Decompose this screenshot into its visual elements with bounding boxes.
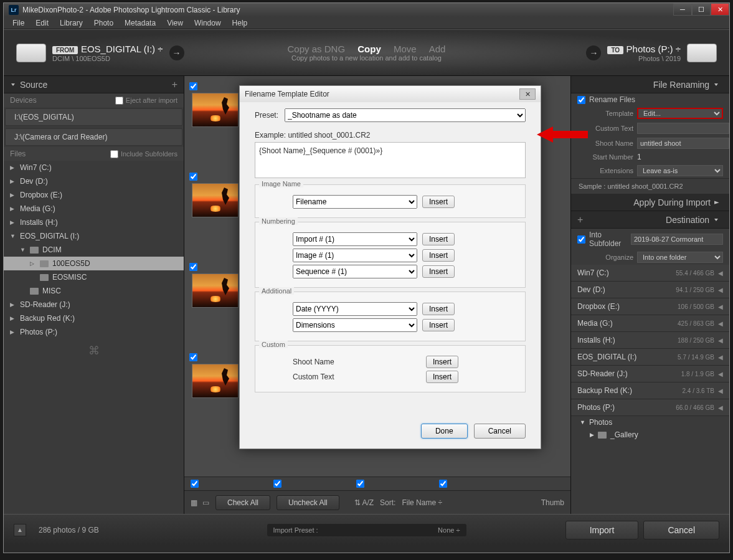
from-location[interactable]: EOS_DIGITAL (I:) ÷ [81, 44, 163, 54]
template-select[interactable]: Edit... [637, 108, 723, 119]
eject-checkbox[interactable] [115, 97, 123, 105]
grid-view-icon[interactable]: ▦ [191, 498, 196, 507]
menu-edit[interactable]: Edit [31, 17, 54, 29]
organize-select[interactable]: Into one folder [637, 252, 723, 263]
date-select[interactable]: Date (YYYY) [293, 302, 417, 316]
add-source-icon[interactable]: + [172, 79, 177, 90]
dest-folder-gallery[interactable]: ▶_Gallery [571, 429, 729, 441]
thumb-checkbox[interactable] [189, 173, 197, 181]
subfolders-checkbox[interactable] [110, 150, 118, 158]
dialog-close-button[interactable]: ✕ [519, 88, 536, 100]
subfolder-input[interactable] [631, 234, 723, 245]
arrow-right-icon-2[interactable]: → [586, 45, 601, 60]
sequence-number-select[interactable]: Sequence # (1) [293, 265, 417, 278]
drive-row[interactable]: ▶Installs (H:) [4, 216, 184, 229]
thumbnail[interactable] [192, 183, 239, 217]
expand-filmstrip-button[interactable]: ▲ [14, 524, 26, 536]
menu-photo[interactable]: Photo [89, 17, 118, 29]
uncheck-all-button[interactable]: Uncheck All [277, 495, 339, 510]
cancel-dialog-button[interactable]: Cancel [474, 424, 526, 439]
drive-row[interactable]: ▶Win7 (C:) [4, 161, 184, 174]
menu-metadata[interactable]: Metadata [120, 17, 161, 29]
destination-drive-row[interactable]: Photos (P:)66.0 / 466 GB◀ [571, 399, 729, 416]
check-all-button[interactable]: Check All [215, 495, 270, 510]
destination-drive-row[interactable]: Media (G:)425 / 863 GB◀ [571, 315, 729, 332]
thumb-checkbox[interactable] [189, 82, 197, 90]
device-item[interactable]: I:\(EOS_DIGITAL) [5, 108, 182, 126]
menu-window[interactable]: Window [189, 17, 226, 29]
rename-files-checkbox[interactable] [577, 96, 585, 104]
row-checkbox[interactable] [356, 480, 364, 488]
insert-button[interactable]: Insert [422, 319, 455, 331]
menu-view[interactable]: View [162, 17, 188, 29]
source-panel-header[interactable]: ▼Source+ [4, 76, 184, 93]
insert-button[interactable]: Insert [422, 196, 455, 208]
filename-select[interactable]: Filename [293, 195, 417, 209]
import-preset-dropdown[interactable]: Import Preset :None ÷ [267, 524, 466, 536]
folder-dcim[interactable]: ▼DCIM [4, 243, 184, 257]
drive-row[interactable]: ▶Dev (D:) [4, 174, 184, 188]
destination-drive-row[interactable]: Win7 (C:)55.4 / 466 GB◀ [571, 265, 729, 282]
destination-drive-row[interactable]: Backup Red (K:)2.4 / 3.6 TB◀ [571, 382, 729, 399]
thumbnail[interactable] [192, 93, 239, 127]
arrow-right-icon[interactable]: → [169, 45, 184, 60]
folder-misc[interactable]: MISC [4, 284, 184, 298]
folder-100eos5d[interactable]: ▷100EOS5D [4, 257, 184, 270]
into-subfolder-checkbox[interactable] [577, 235, 585, 244]
device-item[interactable]: J:\(Camera or Card Reader) [5, 128, 182, 146]
insert-button[interactable]: Insert [422, 303, 455, 315]
cancel-button[interactable]: Cancel [643, 521, 719, 539]
drive-row-eos[interactable]: ▼EOS_DIGITAL (I:) [4, 229, 184, 243]
thumbnail[interactable] [192, 364, 239, 398]
drive-row[interactable]: ▶SD-Reader (J:) [4, 298, 184, 311]
drive-row[interactable]: ▶Backup Red (K:) [4, 311, 184, 325]
insert-button[interactable]: Insert [422, 249, 455, 262]
loupe-view-icon[interactable]: ▭ [202, 498, 209, 507]
custom-text-input[interactable] [637, 123, 729, 134]
import-number-select[interactable]: Import # (1) [293, 232, 417, 246]
folder-eosmisc[interactable]: EOSMISC [4, 270, 184, 284]
row-checkbox[interactable] [191, 480, 199, 488]
insert-button[interactable]: Insert [422, 265, 455, 278]
maximize-button[interactable]: ☐ [692, 3, 711, 16]
destination-header[interactable]: +Destination▼ [571, 211, 729, 229]
thumb-checkbox[interactable] [189, 353, 197, 361]
action-move[interactable]: Move [389, 44, 422, 54]
extensions-select[interactable]: Leave as-is [637, 165, 723, 176]
row-checkbox[interactable] [273, 480, 281, 488]
insert-button[interactable]: Insert [422, 233, 455, 245]
insert-button[interactable]: Insert [426, 371, 458, 383]
menu-library[interactable]: Library [55, 17, 88, 29]
import-button[interactable]: Import [565, 521, 639, 539]
drive-row[interactable]: ▶Media (G:) [4, 202, 184, 216]
insert-button[interactable]: Insert [426, 356, 458, 368]
action-add[interactable]: Add [424, 44, 451, 54]
action-copy[interactable]: Copy [352, 44, 386, 54]
preset-select[interactable]: _Shootname as date [285, 108, 526, 122]
destination-drive-row[interactable]: SD-Reader (J:)1.8 / 1.9 GB◀ [571, 366, 729, 382]
sort-az-icon[interactable]: ⇅ A/Z [354, 498, 374, 507]
destination-drive-row[interactable]: Dropbox (E:)106 / 500 GB◀ [571, 298, 729, 315]
drive-row[interactable]: ▶Dropbox (E:) [4, 188, 184, 202]
dest-folder-photos[interactable]: ▼Photos [571, 416, 729, 429]
drive-row[interactable]: ▶Photos (P:) [4, 325, 184, 339]
destination-drive-row[interactable]: Installs (H:)188 / 250 GB◀ [571, 332, 729, 349]
dimensions-select[interactable]: Dimensions [293, 318, 417, 332]
shoot-name-input[interactable] [637, 138, 729, 149]
add-dest-icon[interactable]: + [577, 214, 583, 225]
apply-during-import-header[interactable]: Apply During Import▶ [571, 194, 729, 211]
close-button[interactable]: ✕ [711, 3, 729, 16]
action-copy-dng[interactable]: Copy as DNG [283, 44, 351, 54]
template-text-input[interactable]: {Shoot Name}_{Sequence # (0001)»} [255, 142, 526, 178]
thumbnail[interactable] [192, 273, 239, 308]
thumb-checkbox[interactable] [189, 263, 197, 271]
done-button[interactable]: Done [421, 424, 468, 439]
sort-field[interactable]: File Name ÷ [402, 498, 442, 507]
to-location[interactable]: Photos (P:) ÷ [627, 44, 681, 54]
menu-help[interactable]: Help [227, 17, 253, 29]
destination-drive-row[interactable]: Dev (D:)94.1 / 250 GB◀ [571, 282, 729, 298]
menu-file[interactable]: File [7, 17, 29, 29]
file-renaming-header[interactable]: File Renaming▼ [571, 76, 729, 93]
image-number-select[interactable]: Image # (1) [293, 249, 417, 262]
destination-drive-row[interactable]: EOS_DIGITAL (I:)5.7 / 14.9 GB◀ [571, 349, 729, 366]
